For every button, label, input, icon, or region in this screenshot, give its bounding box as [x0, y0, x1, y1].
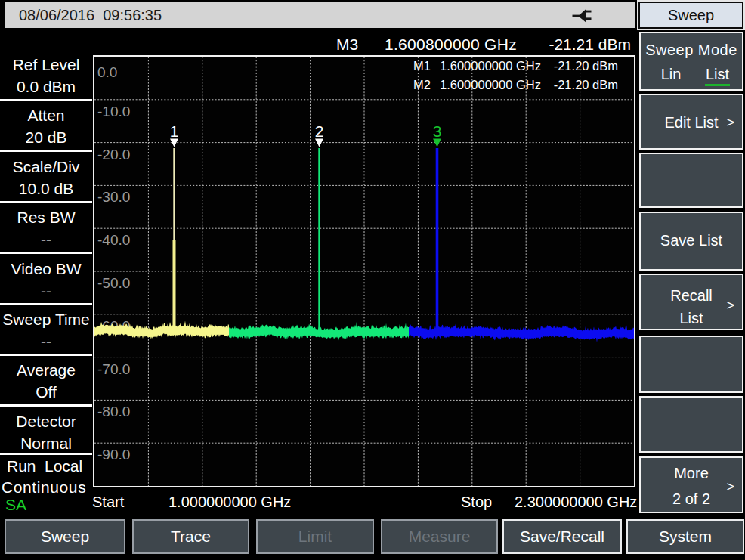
svg-text:0.0: 0.0 [97, 64, 117, 80]
svg-text:-70.0: -70.0 [97, 361, 130, 377]
svg-text:3: 3 [433, 122, 442, 140]
svg-text:1: 1 [170, 122, 179, 140]
svg-text:2: 2 [315, 122, 324, 140]
svg-text:M1: M1 [413, 59, 431, 73]
svg-text:-30.0: -30.0 [97, 189, 130, 205]
svg-text:-21.20 dBm: -21.20 dBm [554, 78, 618, 91]
svg-text:-40.0: -40.0 [97, 232, 130, 248]
svg-text:-21.20 dBm: -21.20 dBm [554, 59, 618, 73]
svg-text:1.600000000 GHz: 1.600000000 GHz [440, 78, 541, 91]
svg-text:-20.0: -20.0 [97, 147, 130, 162]
svg-text:-50.0: -50.0 [97, 275, 130, 291]
svg-text:-90.0: -90.0 [97, 447, 130, 463]
svg-text:M2: M2 [413, 78, 431, 91]
svg-text:1.600000000 GHz: 1.600000000 GHz [440, 59, 541, 73]
svg-text:-80.0: -80.0 [97, 404, 130, 419]
svg-text:-10.0: -10.0 [97, 104, 130, 119]
